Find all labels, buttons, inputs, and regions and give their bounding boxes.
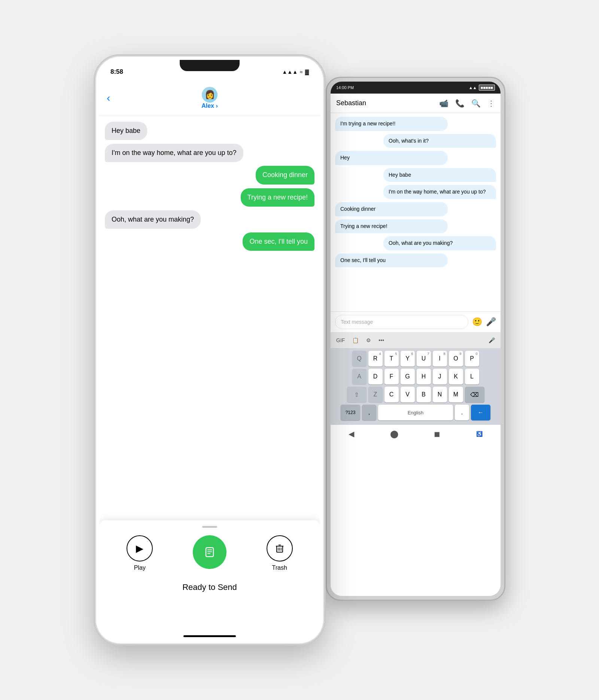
iphone-chat-area: Hey babe I'm on the way home, what are y…: [99, 116, 320, 524]
key-g[interactable]: G: [401, 369, 415, 384]
key-v[interactable]: V: [401, 387, 415, 402]
back-nav-button[interactable]: ◀: [349, 429, 354, 438]
play-action[interactable]: ▶ Play: [127, 535, 153, 571]
keyboard-mic-icon[interactable]: 🎤: [489, 337, 495, 343]
keyboard-row-2: A D F G H J K L: [332, 369, 499, 384]
android-input-area: Text message 🙂 🎤: [331, 311, 501, 332]
iphone-bottom-sheet: ▶ Play: [99, 520, 320, 640]
shift-key[interactable]: ⇧: [347, 387, 367, 402]
video-call-icon[interactable]: 📹: [439, 99, 449, 108]
key-i[interactable]: 8I: [433, 351, 447, 366]
key-j[interactable]: J: [433, 369, 447, 384]
sheet-actions: ▶ Play: [107, 535, 313, 571]
android-sent-bubble: Hey babe: [383, 168, 496, 182]
android-status-bar: 14:00 PM ▲▲ ■■■■■: [331, 82, 501, 94]
key-n[interactable]: N: [433, 387, 447, 402]
message-row: Trying a new recipe!: [105, 188, 314, 207]
key-y[interactable]: 6Y: [401, 351, 415, 366]
android-device: 14:00 PM ▲▲ ■■■■■ Sebastian 📹 📞 🔍 ⋮: [326, 77, 505, 601]
key-c[interactable]: C: [384, 387, 399, 402]
contact-name[interactable]: Alex ›: [201, 103, 218, 109]
key-l[interactable]: L: [465, 369, 479, 384]
mic-button[interactable]: 🎤: [486, 317, 496, 327]
home-nav-button[interactable]: ⬤: [390, 429, 398, 438]
more-keyboard-icon[interactable]: •••: [378, 337, 384, 343]
android-sent-bubble: I'm on the way home, what are you up to?: [383, 185, 496, 199]
play-label: Play: [134, 564, 146, 571]
android-nav-bar: ◀ ⬤ ◼ ♿: [331, 425, 501, 443]
phone-call-icon[interactable]: 📞: [455, 99, 465, 108]
iphone-volume-down: [94, 179, 95, 205]
message-row: One sec, I'll tell you: [105, 232, 314, 251]
numbers-key[interactable]: ?123: [341, 405, 360, 420]
key-f[interactable]: F: [384, 369, 399, 384]
iphone-silent-switch: [94, 123, 95, 138]
back-button[interactable]: ‹: [107, 92, 110, 104]
iphone-chat-header: ‹ 👩 Alex ›: [99, 80, 320, 116]
sheet-handle: [202, 526, 217, 528]
keyboard-toolbar: GIF 📋 ⚙ ••• 🎤: [331, 332, 501, 349]
key-o[interactable]: 9O: [449, 351, 463, 366]
android-keyboard: Q 4R 5T 6Y 7U 8I: [331, 349, 501, 425]
emoji-button[interactable]: 🙂: [472, 317, 482, 327]
record-action[interactable]: [193, 535, 226, 571]
iphone-notch: [180, 60, 240, 71]
battery-icon: ▓: [305, 69, 309, 75]
received-bubble: I'm on the way home, what are you up to?: [105, 144, 243, 162]
period-key[interactable]: .: [455, 405, 469, 420]
key-q[interactable]: Q: [352, 351, 367, 366]
recents-nav-button[interactable]: ◼: [434, 429, 440, 438]
android-sent-bubble: Ooh, what's in it?: [383, 134, 496, 148]
search-icon[interactable]: 🔍: [471, 99, 481, 108]
ready-to-send-label: Ready to Send: [182, 582, 237, 592]
contact-avatar: 👩: [202, 87, 218, 103]
keyboard-row-4: ?123 , English . ←: [332, 405, 499, 420]
message-row: Hey babe: [105, 122, 314, 140]
message-row: Ooh, what are you making?: [105, 210, 314, 229]
clipboard-icon[interactable]: 📋: [352, 337, 359, 343]
android-chat-header: Sebastian 📹 📞 🔍 ⋮: [331, 94, 501, 113]
received-bubble: Ooh, what are you making?: [105, 210, 201, 229]
trash-action[interactable]: Trash: [267, 535, 293, 571]
android-header-icons: 📹 📞 🔍 ⋮: [439, 99, 495, 108]
key-k[interactable]: K: [449, 369, 463, 384]
message-row: Cooking dinner: [105, 166, 314, 184]
keyboard-row-1: Q 4R 5T 6Y 7U 8I: [332, 351, 499, 366]
wifi-icon: ≈: [300, 69, 303, 75]
record-button[interactable]: [193, 535, 226, 569]
key-t[interactable]: 5T: [384, 351, 399, 366]
signal-icon: ▲▲▲: [282, 69, 298, 75]
android-received-bubble: I'm trying a new recipe!!: [335, 117, 448, 131]
iphone-screen: 8:58 ▲▲▲ ≈ ▓ ‹ 👩 Alex › Hey bab: [99, 60, 320, 640]
key-b[interactable]: B: [417, 387, 431, 402]
android-contact-name: Sebastian: [336, 99, 439, 107]
backspace-key[interactable]: ⌫: [465, 387, 484, 402]
accessibility-nav-button[interactable]: ♿: [476, 431, 483, 437]
key-a[interactable]: A: [352, 369, 367, 384]
android-received-bubble: Hey: [335, 151, 448, 165]
space-key[interactable]: English: [378, 405, 453, 420]
key-d[interactable]: D: [368, 369, 383, 384]
key-r[interactable]: 4R: [368, 351, 383, 366]
gif-button[interactable]: GIF: [336, 337, 345, 343]
iphone-time: 8:58: [110, 68, 123, 76]
iphone-volume-up: [94, 145, 95, 171]
sent-bubble: One sec, I'll tell you: [243, 232, 314, 251]
settings-icon[interactable]: ⚙: [366, 337, 371, 343]
key-h[interactable]: H: [417, 369, 431, 384]
iphone-device: 8:58 ▲▲▲ ≈ ▓ ‹ 👩 Alex › Hey bab: [94, 54, 326, 646]
android-battery-icon: ■■■■■: [479, 85, 495, 91]
more-options-icon[interactable]: ⋮: [487, 99, 495, 108]
key-z[interactable]: Z: [368, 387, 383, 402]
trash-button-circle[interactable]: [267, 535, 293, 561]
android-received-bubble: Trying a new recipe!: [335, 219, 448, 234]
key-u[interactable]: 7U: [417, 351, 431, 366]
android-signal-icon: ▲▲: [469, 85, 477, 90]
enter-key[interactable]: ←: [471, 405, 490, 420]
key-m[interactable]: M: [449, 387, 463, 402]
key-p[interactable]: 0P: [465, 351, 479, 366]
android-message-input[interactable]: Text message: [335, 315, 468, 329]
play-button-circle[interactable]: ▶: [127, 535, 153, 561]
comma-key[interactable]: ,: [362, 405, 376, 420]
iphone-power-button: [325, 153, 326, 190]
